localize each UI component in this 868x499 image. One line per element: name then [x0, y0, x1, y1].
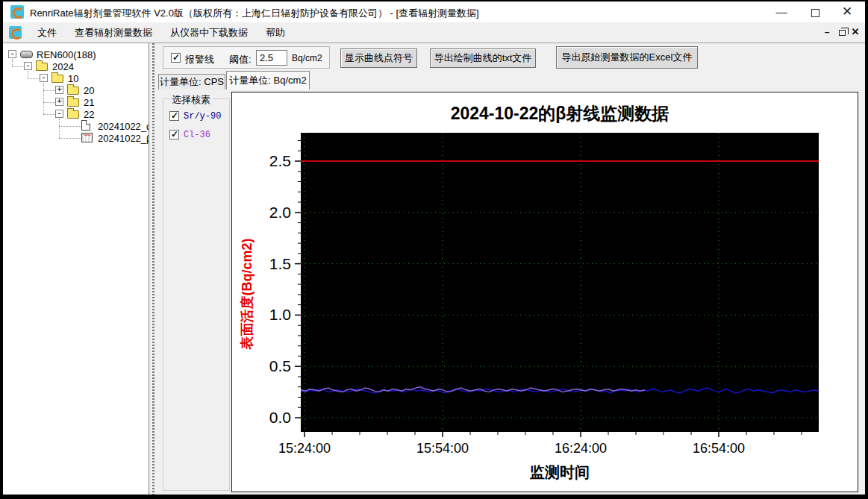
title-bar: RenriRate辐射剂量管理软件 V2.0版（版权所有：上海仁日辐射防护设备有… — [3, 1, 865, 22]
svg-text:2024-10-22的β射线监测数据: 2024-10-22的β射线监测数据 — [451, 104, 669, 123]
tree-row[interactable]: -22 — [3, 108, 149, 120]
tree-item-label[interactable]: 2024 — [52, 61, 74, 72]
menu-item-0[interactable]: 文件 — [28, 23, 66, 43]
device-tree-panel: -REN600(188)-2024-10+20+21-2220241022_α2… — [3, 43, 149, 495]
folder-icon — [67, 87, 79, 95]
svg-text:1.5: 1.5 — [269, 255, 291, 272]
tree-connector — [28, 78, 40, 79]
content-panel: 报警线 阈值: Bq/cm2 显示曲线点符号导出绘制曲线的txt文件导出原始测量… — [157, 43, 865, 495]
app-icon — [10, 5, 24, 19]
chart-svg: 0.00.51.01.52.02.515:24:0015:54:0016:24:… — [232, 92, 858, 492]
threshold-label: 阈值: — [229, 53, 252, 66]
svg-text:16:54:00: 16:54:00 — [693, 441, 745, 456]
folder-icon — [67, 98, 79, 107]
mdi-minimize-button[interactable]: – — [820, 25, 834, 39]
alarm-line-group: 报警线 阈值: Bq/cm2 — [163, 46, 330, 69]
collapse-icon[interactable]: - — [8, 50, 16, 58]
tab-unit-0[interactable]: 计量单位: CPS — [158, 74, 225, 90]
device-icon — [20, 51, 33, 58]
tree-row[interactable]: +21 — [3, 96, 149, 108]
alarm-line-label: 报警线 — [185, 53, 214, 66]
tree-connector — [43, 83, 44, 114]
collapse-icon[interactable]: - — [55, 110, 63, 118]
chart-panel: 0.00.51.01.52.02.515:24:0015:54:0016:24:… — [231, 92, 858, 492]
mdi-child-icon — [9, 26, 22, 39]
nuclide-selection-box: 选择核素 Sr/y-90Cl-36 — [163, 98, 230, 491]
nuclide-checkbox-Cl-36[interactable] — [169, 130, 179, 139]
monitoring-chart: 0.00.51.01.52.02.515:24:0015:54:0016:24:… — [232, 92, 858, 495]
tree-connector — [43, 114, 55, 115]
nuclide-label: Sr/y-90 — [184, 111, 221, 122]
folder-icon — [51, 75, 63, 83]
threshold-input[interactable] — [256, 50, 287, 66]
svg-text:0.5: 0.5 — [269, 357, 291, 374]
menu-item-3[interactable]: 帮助 — [257, 23, 294, 43]
collapse-icon[interactable]: - — [24, 62, 32, 70]
maximize-icon — [811, 9, 819, 17]
app-window: RenriRate辐射剂量管理软件 V2.0版（版权所有：上海仁日辐射防护设备有… — [3, 1, 865, 495]
menu-bar: 文件查看辐射测量数据从仪器中下载数据帮助 – ✕ — [3, 22, 865, 43]
tree-connector — [59, 126, 81, 127]
main-area: -REN600(188)-2024-10+20+21-2220241022_α2… — [3, 43, 865, 495]
svg-text:1.0: 1.0 — [269, 306, 291, 323]
collapse-icon[interactable]: - — [40, 74, 48, 82]
tree-row[interactable]: -REN600(188) — [3, 48, 149, 60]
chartfile-icon — [81, 133, 93, 142]
tree-item-label[interactable]: 20241022_β — [98, 133, 149, 144]
doc-icon — [81, 120, 90, 131]
svg-text:监测时间: 监测时间 — [530, 464, 590, 480]
tree-connector — [59, 119, 60, 138]
tree-row[interactable]: +20 — [3, 84, 149, 96]
threshold-unit-label: Bq/cm2 — [292, 53, 322, 63]
folder-icon — [67, 110, 79, 119]
menu-item-2[interactable]: 从仪器中下载数据 — [161, 23, 257, 43]
window-maximize-button[interactable] — [799, 1, 831, 22]
tree-connector — [12, 59, 13, 66]
svg-text:2.0: 2.0 — [269, 204, 291, 221]
tab-unit-1[interactable]: 计量单位: Bq/cm2 — [226, 71, 310, 90]
tree-connector — [28, 71, 28, 78]
alarm-line-checkbox[interactable] — [171, 53, 181, 63]
expand-icon[interactable]: + — [55, 86, 63, 94]
menu-item-1[interactable]: 查看辐射测量数据 — [66, 23, 161, 43]
svg-text:15:54:00: 15:54:00 — [416, 441, 469, 456]
window-title: RenriRate辐射剂量管理软件 V2.0版（版权所有：上海仁日辐射防护设备有… — [30, 7, 479, 20]
svg-text:16:24:00: 16:24:00 — [555, 441, 607, 456]
tree-item-label[interactable]: 21 — [84, 97, 94, 108]
svg-text:15:24:00: 15:24:00 — [278, 441, 331, 456]
svg-text:0.0: 0.0 — [269, 409, 291, 426]
tree-connector — [59, 138, 81, 139]
nuclide-label: Cl-36 — [184, 130, 210, 140]
svg-text:2.5: 2.5 — [269, 152, 291, 169]
tree-row[interactable]: -2024 — [3, 60, 149, 72]
folder-icon — [36, 63, 48, 71]
window-close-button[interactable]: ✕ — [831, 1, 864, 22]
tree-item-label[interactable]: 22 — [84, 109, 94, 120]
tree-connector — [12, 66, 24, 67]
panel-splitter[interactable] — [150, 43, 157, 495]
mdi-close-button[interactable]: ✕ — [849, 25, 862, 39]
tree-item-label[interactable]: 20241022_α — [98, 121, 149, 132]
toolbar-button-2[interactable]: 导出原始测量数据的Excel文件 — [556, 46, 698, 69]
tree-connector — [43, 90, 55, 91]
mdi-restore-button[interactable] — [835, 25, 849, 39]
expand-icon[interactable]: + — [55, 98, 63, 106]
restore-icon — [839, 30, 846, 36]
nuclide-checkbox-Sr/y-90[interactable] — [169, 111, 179, 121]
toolbar-button-0[interactable]: 显示曲线点符号 — [340, 48, 417, 68]
tree-item-label[interactable]: REN600(188) — [37, 49, 96, 60]
toolbar-button-1[interactable]: 导出绘制曲线的txt文件 — [430, 48, 536, 68]
window-minimize-button[interactable]: — — [765, 1, 798, 22]
tree-row[interactable]: -10 — [3, 72, 149, 84]
tree-item-label[interactable]: 10 — [68, 73, 78, 84]
menu-items: 文件查看辐射测量数据从仪器中下载数据帮助 — [28, 22, 294, 43]
tree-connector — [43, 102, 55, 103]
svg-text:表面活度(Bq/cm2): 表面活度(Bq/cm2) — [240, 238, 255, 350]
nuclide-box-title: 选择核素 — [169, 93, 213, 107]
tree-item-label[interactable]: 20 — [84, 85, 94, 96]
